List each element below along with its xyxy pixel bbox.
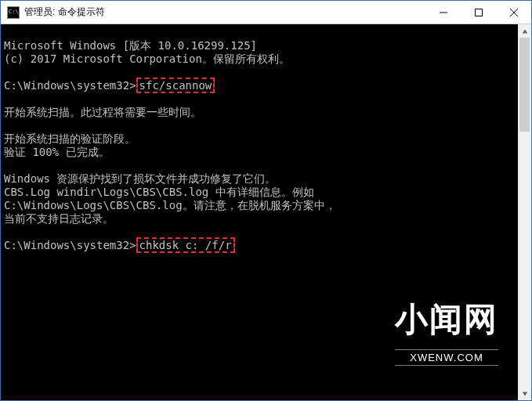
output-line: Windows 资源保护找到了损坏文件并成功修复了它们。 [4,172,515,186]
titlebar[interactable]: 管理员: 命令提示符 [1,1,531,24]
blank-line [4,159,515,172]
window-controls [425,1,531,23]
watermark: 小闻网 XWENW.COM [395,286,498,392]
output-line: (c) 2017 Microsoft Corporation。保留所有权利。 [4,52,515,66]
maximize-button[interactable] [461,1,496,23]
minimize-button[interactable] [425,1,461,23]
scrollbar-thumb[interactable] [519,38,530,132]
blank-line [4,66,515,79]
output-line: Microsoft Windows [版本 10.0.16299.125] [4,39,515,52]
highlighted-command: sfc/scannow [136,78,215,93]
output-line: 开始系统扫描的验证阶段。 [4,132,515,146]
command-prompt-window: 管理员: 命令提示符 Microsoft Windows [版本 10.0.16… [0,0,532,401]
svg-rect-0 [440,12,447,13]
prompt-prefix: C:\Windows\system32> [4,239,136,251]
vertical-scrollbar[interactable] [518,24,531,400]
window-title: 管理员: 命令提示符 [24,5,425,19]
terminal-area: Microsoft Windows [版本 10.0.16299.125](c)… [1,24,531,400]
app-icon [7,6,20,19]
output-line: C:\Windows\Logs\CBS\CBS.log。请注意，在脱机服务方案中… [4,199,515,212]
prompt-line: C:\Windows\system32>chkdsk c: /f/r [4,239,515,252]
output-line: CBS.Log windir\Logs\CBS\CBS.log 中有详细信息。例… [4,186,515,199]
blank-line [4,119,515,132]
output-line: 验证 100% 已完成。 [4,146,515,159]
scrollbar-track[interactable] [518,38,531,387]
watermark-logo: 小闻网 [395,312,498,326]
scroll-up-button[interactable] [518,24,531,38]
output-line: 开始系统扫描。此过程将需要一些时间。 [4,106,515,119]
svg-marker-5 [522,392,527,396]
prompt-line: C:\Windows\system32>sfc/scannow [4,79,515,92]
watermark-url: XWENW.COM [395,349,498,366]
output-line: 当前不支持日志记录。 [4,212,515,226]
blank-line [4,226,515,239]
highlighted-command: chkdsk c: /f/r [136,237,235,253]
close-button[interactable] [496,1,531,23]
terminal-output[interactable]: Microsoft Windows [版本 10.0.16299.125](c)… [1,24,518,400]
blank-line [4,92,515,106]
scroll-down-button[interactable] [518,387,531,400]
svg-rect-1 [475,9,482,16]
svg-marker-4 [522,29,527,33]
prompt-prefix: C:\Windows\system32> [4,79,136,92]
